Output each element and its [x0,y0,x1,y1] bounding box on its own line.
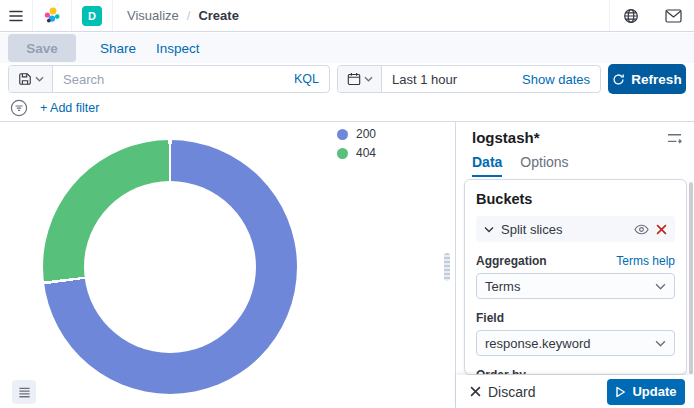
chevron-down-icon [35,76,44,82]
close-icon [470,386,481,397]
discard-label: Discard [488,384,535,400]
time-range-value[interactable]: Last 1 hour [382,72,467,87]
chevron-down-icon [655,340,666,347]
share-button[interactable]: Share [100,41,136,56]
chart-legend: 200404 [337,127,376,160]
list-icon [18,386,31,399]
breadcrumb: Visualize / Create [127,8,239,23]
query-language-button[interactable]: KQL [284,72,329,86]
search-input[interactable] [53,72,284,87]
tab-options[interactable]: Options [520,154,568,177]
legend-label: 404 [356,146,376,160]
legend-toggle-button[interactable] [12,380,36,404]
home-button[interactable] [33,0,71,31]
chevron-down-icon [364,76,373,82]
vis-editor-panel: logstash* Data Options Buckets Split sli… [455,122,694,408]
aggregation-value: Terms [485,279,520,294]
calendar-icon [347,72,361,86]
header-divider [112,0,113,31]
menu-button[interactable] [0,0,32,31]
inspect-button[interactable]: Inspect [156,41,200,56]
legend-item[interactable]: 404 [337,146,376,160]
globe-icon [623,8,639,24]
field-value: response.keyword [485,336,591,351]
elastic-logo-icon [42,6,62,26]
buckets-card: Buckets Split slices Aggregation Terms h… [464,179,687,375]
play-icon [615,386,626,398]
legend-label: 200 [356,127,376,141]
close-icon [656,224,667,235]
legend-item[interactable]: 200 [337,127,376,141]
toggle-visibility-button[interactable] [634,224,649,235]
add-filter-button[interactable]: + Add filter [40,101,99,115]
saved-query-icon [18,72,32,86]
news-button[interactable] [610,0,652,31]
chevron-down-icon [655,283,666,290]
space-selector[interactable]: D [72,0,112,31]
buckets-title: Buckets [476,191,675,207]
breadcrumb-separator: / [187,8,191,23]
update-label: Update [632,384,676,399]
space-badge: D [82,6,102,26]
donut-hole [84,181,256,353]
update-button[interactable]: Update [607,379,685,405]
aggregation-select[interactable]: Terms [476,273,675,299]
editor-footer: Discard Update [456,375,694,408]
menu-right-icon [667,132,682,144]
eye-icon [634,224,649,235]
legend-swatch [337,129,348,140]
panel-scrollbar[interactable] [689,182,693,374]
date-quick-menu-button[interactable] [338,66,382,92]
hamburger-icon [8,8,24,24]
refresh-icon [612,73,625,86]
panel-resizer-handle[interactable] [444,253,450,281]
refresh-label: Refresh [631,72,681,87]
split-slices-row[interactable]: Split slices [476,216,675,242]
remove-bucket-button[interactable] [656,224,667,235]
notifications-button[interactable] [652,0,694,31]
index-pattern-title: logstash* [472,129,540,146]
breadcrumb-visualize[interactable]: Visualize [127,8,179,23]
filter-bar: + Add filter [0,94,694,122]
app-header: D Visualize / Create [0,0,694,32]
save-button[interactable]: Save [8,34,76,62]
collapse-panel-button[interactable] [665,130,684,146]
discard-button[interactable]: Discard [470,384,535,400]
split-slices-label: Split slices [501,222,627,237]
vis-toolbar: Save Share Inspect [0,33,694,63]
tab-data[interactable]: Data [472,154,502,177]
terms-help-link[interactable]: Terms help [616,254,675,268]
saved-query-menu-button[interactable] [9,66,53,92]
order-by-label: Order by [476,368,526,375]
legend-swatch [337,148,348,159]
show-dates-button[interactable]: Show dates [512,72,600,87]
date-picker: Last 1 hour Show dates [337,65,601,93]
aggregation-label: Aggregation [476,254,547,268]
mail-icon [665,9,682,23]
chevron-down-icon [484,226,494,233]
refresh-button[interactable]: Refresh [608,64,686,94]
filter-options-icon[interactable] [10,99,28,117]
field-label: Field [476,311,504,325]
editor-tabs: Data Options [472,154,569,177]
query-bar: KQL Last 1 hour Show dates Refresh [0,63,694,94]
search-bar: KQL [8,65,330,93]
breadcrumb-create: Create [198,8,238,23]
field-select[interactable]: response.keyword [476,330,675,356]
